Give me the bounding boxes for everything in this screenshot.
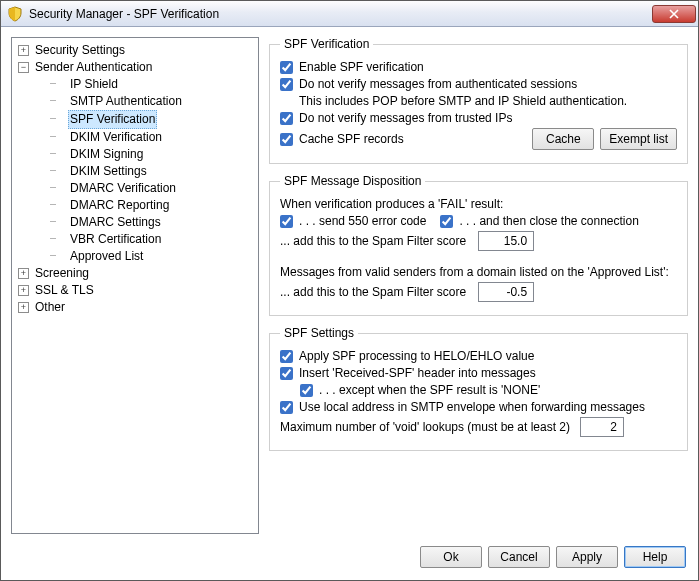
enable-spf-label: Enable SPF verification — [299, 60, 424, 74]
noverify-trusted-checkbox[interactable] — [280, 112, 293, 125]
group-legend: SPF Settings — [280, 326, 358, 340]
tree-node-ssl-tls[interactable]: +SSL & TLS — [18, 282, 256, 299]
noverify-auth-label: Do not verify messages from authenticate… — [299, 77, 577, 91]
tree-node-security-settings[interactable]: +Security Settings — [18, 42, 256, 59]
approved-intro-label: Messages from valid senders from a domai… — [280, 265, 669, 279]
group-legend: SPF Message Disposition — [280, 174, 425, 188]
tree-item-dmarc-settings[interactable]: DMARC Settings — [32, 214, 256, 231]
titlebar: Security Manager - SPF Verification — [1, 1, 698, 27]
helo-label: Apply SPF processing to HELO/EHLO value — [299, 349, 534, 363]
dialog-footer: Ok Cancel Apply Help — [1, 540, 698, 580]
tree-item-spf-verification[interactable]: SPF Verification — [32, 110, 256, 129]
close-connection-label: . . . and then close the connection — [459, 214, 638, 228]
tree-node-screening[interactable]: +Screening — [18, 265, 256, 282]
ok-button[interactable]: Ok — [420, 546, 482, 568]
settings-panel: SPF Verification Enable SPF verification… — [269, 37, 688, 534]
group-spf-settings: SPF Settings Apply SPF processing to HEL… — [269, 326, 688, 451]
shield-icon — [7, 6, 23, 22]
tree-item-dkim-signing[interactable]: DKIM Signing — [32, 146, 256, 163]
navigation-tree[interactable]: +Security Settings −Sender Authenticatio… — [11, 37, 259, 534]
exempt-list-button[interactable]: Exempt list — [600, 128, 677, 150]
tree-item-approved-list[interactable]: Approved List — [32, 248, 256, 265]
tree-item-vbr-certification[interactable]: VBR Certification — [32, 231, 256, 248]
received-spf-label: Insert 'Received-SPF' header into messag… — [299, 366, 536, 380]
fail-score-input[interactable] — [478, 231, 534, 251]
except-none-label: . . . except when the SPF result is 'NON… — [319, 383, 540, 397]
help-button[interactable]: Help — [624, 546, 686, 568]
cache-button[interactable]: Cache — [532, 128, 594, 150]
approved-score-input[interactable] — [478, 282, 534, 302]
expand-icon[interactable]: + — [18, 45, 29, 56]
expand-icon[interactable]: + — [18, 268, 29, 279]
group-legend: SPF Verification — [280, 37, 373, 51]
void-lookups-input[interactable] — [580, 417, 624, 437]
noverify-trusted-label: Do not verify messages from trusted IPs — [299, 111, 512, 125]
expand-icon[interactable]: + — [18, 285, 29, 296]
send-550-label: . . . send 550 error code — [299, 214, 426, 228]
void-lookups-label: Maximum number of 'void' lookups (must b… — [280, 420, 570, 434]
tree-node-sender-authentication[interactable]: −Sender Authentication — [18, 59, 256, 76]
send-550-checkbox[interactable] — [280, 215, 293, 228]
cancel-button[interactable]: Cancel — [488, 546, 550, 568]
cache-spf-checkbox[interactable] — [280, 133, 293, 146]
enable-spf-checkbox[interactable] — [280, 61, 293, 74]
close-button[interactable] — [652, 5, 696, 23]
tree-node-other[interactable]: +Other — [18, 299, 256, 316]
close-connection-checkbox[interactable] — [440, 215, 453, 228]
apply-button[interactable]: Apply — [556, 546, 618, 568]
group-spf-disposition: SPF Message Disposition When verificatio… — [269, 174, 688, 316]
local-address-checkbox[interactable] — [280, 401, 293, 414]
fail-score-label: ... add this to the Spam Filter score — [280, 234, 466, 248]
approved-score-label: ... add this to the Spam Filter score — [280, 285, 466, 299]
local-address-label: Use local address in SMTP envelope when … — [299, 400, 645, 414]
tree-item-ip-shield[interactable]: IP Shield — [32, 76, 256, 93]
tree-item-dkim-verification[interactable]: DKIM Verification — [32, 129, 256, 146]
noverify-auth-subtext: This includes POP before SMTP and IP Shi… — [299, 94, 627, 108]
helo-checkbox[interactable] — [280, 350, 293, 363]
except-none-checkbox[interactable] — [300, 384, 313, 397]
tree-item-dkim-settings[interactable]: DKIM Settings — [32, 163, 256, 180]
tree-item-dmarc-reporting[interactable]: DMARC Reporting — [32, 197, 256, 214]
expand-icon[interactable]: + — [18, 302, 29, 313]
fail-intro-label: When verification produces a 'FAIL' resu… — [280, 197, 503, 211]
tree-children-sender-authentication: IP Shield SMTP Authentication SPF Verifi… — [18, 76, 256, 265]
group-spf-verification: SPF Verification Enable SPF verification… — [269, 37, 688, 164]
noverify-auth-checkbox[interactable] — [280, 78, 293, 91]
cache-spf-label: Cache SPF records — [299, 132, 404, 146]
tree-item-dmarc-verification[interactable]: DMARC Verification — [32, 180, 256, 197]
dialog-window: Security Manager - SPF Verification +Sec… — [0, 0, 699, 581]
window-title: Security Manager - SPF Verification — [29, 7, 652, 21]
received-spf-checkbox[interactable] — [280, 367, 293, 380]
collapse-icon[interactable]: − — [18, 62, 29, 73]
tree-item-smtp-authentication[interactable]: SMTP Authentication — [32, 93, 256, 110]
dialog-body: +Security Settings −Sender Authenticatio… — [1, 27, 698, 540]
